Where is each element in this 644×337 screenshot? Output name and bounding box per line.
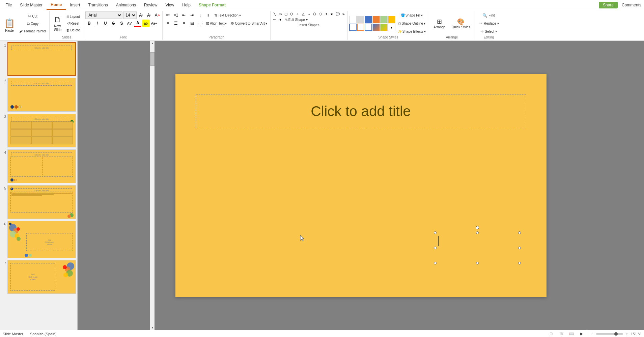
decrease-indent-button[interactable]: ⇤ xyxy=(180,11,188,19)
scroll-up-button[interactable]: ▲ xyxy=(150,41,155,46)
slide-thumbnail-6[interactable]: AAAClick to addsubtitle xyxy=(7,221,76,258)
style-swatch-2[interactable] xyxy=(357,16,364,23)
select-button[interactable]: ⊹ Select ~ xyxy=(477,28,501,35)
shape-triangle-icon[interactable]: △ xyxy=(301,11,306,16)
style-swatch-10[interactable] xyxy=(372,24,380,31)
shape-hexagon-icon[interactable]: ⬡ xyxy=(318,11,323,16)
presentation-view-button[interactable]: ▶ xyxy=(578,331,585,337)
grow-font-button[interactable]: A↑ xyxy=(137,11,145,19)
align-text-button[interactable]: ⊡ Align Text ▾ xyxy=(204,20,228,26)
comments-button[interactable]: Comments xyxy=(622,3,641,7)
shape-freeform-icon[interactable]: ✏ xyxy=(272,17,277,22)
tab-review[interactable]: Review xyxy=(140,0,161,10)
slide-title-placeholder[interactable]: Click to add title xyxy=(196,94,526,128)
smartart-columns-button[interactable]: ⋮⋮ xyxy=(196,20,204,27)
style-swatch-3[interactable] xyxy=(365,16,372,23)
handle-tl[interactable] xyxy=(434,231,437,234)
slide-sorter-button[interactable]: ⊞ xyxy=(558,331,565,337)
handle-ml[interactable] xyxy=(434,247,437,249)
zoom-in-button[interactable]: + xyxy=(626,332,628,336)
zoom-slider-thumb[interactable] xyxy=(614,332,618,336)
slide-thumb-4[interactable]: 4 Click to add title xyxy=(1,149,76,183)
handle-mr[interactable] xyxy=(518,247,521,249)
delete-button[interactable]: 🗑 Delete xyxy=(64,27,82,33)
bold-button[interactable]: B xyxy=(85,20,93,27)
justify-button[interactable]: ▤ xyxy=(188,20,196,27)
shape-pentagon-icon[interactable]: ⬠ xyxy=(312,11,317,16)
slide-thumb-7[interactable]: 7 AAA Click to add subtitle xyxy=(1,260,76,294)
cut-button[interactable]: ✂ Cut xyxy=(18,13,48,20)
tab-help[interactable]: Help xyxy=(178,0,195,10)
shape-right-arrow-icon[interactable]: → xyxy=(306,11,312,16)
shrink-font-button[interactable]: A↓ xyxy=(145,11,153,19)
slide-thumb-5[interactable]: 5 Click to add title xyxy=(1,185,76,219)
handle-br[interactable] xyxy=(518,262,521,264)
shape-outline-button[interactable]: ⬡ Shape Outline ▾ xyxy=(396,20,427,27)
rotate-handle[interactable] xyxy=(476,226,479,229)
paste-button[interactable]: 📋 Paste xyxy=(1,11,18,39)
shape-callout-icon[interactable]: 💬 xyxy=(335,11,340,16)
convert-smartart-button[interactable]: ⚙ Convert to SmartArt ▾ xyxy=(229,20,269,26)
strikethrough-button[interactable]: S xyxy=(110,20,117,27)
text-direction-button[interactable]: ⇅ Text Direction ▾ xyxy=(213,12,243,18)
tab-slide-master[interactable]: Slide Master xyxy=(16,0,47,10)
shape-rounded-rect-icon[interactable]: ▢ xyxy=(283,11,289,16)
shape-circle-icon[interactable]: ○ xyxy=(295,11,300,16)
share-button[interactable]: Share xyxy=(599,2,618,8)
tab-file[interactable]: File xyxy=(1,0,16,10)
slide-thumb-2[interactable]: 2 Click to add title xyxy=(1,78,76,112)
replace-button[interactable]: ↔ Replace ▾ xyxy=(477,20,501,27)
handle-tr[interactable] xyxy=(518,231,521,234)
style-swatch-5[interactable] xyxy=(380,16,388,23)
zoom-percent[interactable]: 151 % xyxy=(631,332,641,336)
handle-bl[interactable] xyxy=(434,262,437,264)
slide-thumbnail-2[interactable]: Click to add title xyxy=(7,78,76,112)
quick-styles-button[interactable]: 🎨 Quick Styles xyxy=(449,14,473,33)
align-center-button[interactable]: ☰ xyxy=(172,20,179,27)
increase-indent-button[interactable]: ⇥ xyxy=(188,11,196,19)
bullets-button[interactable]: ≡• xyxy=(164,11,171,19)
new-slide-button[interactable]: 🗋 NewSlide xyxy=(52,14,64,33)
font-color-button[interactable]: A xyxy=(134,20,141,27)
tab-transitions[interactable]: Transitions xyxy=(84,0,112,10)
align-left-button[interactable]: ≡ xyxy=(164,20,171,27)
style-more-button[interactable]: ▾ xyxy=(388,24,395,31)
shadow-button[interactable]: S xyxy=(118,20,125,27)
slide-thumbnail-4[interactable]: Click to add title xyxy=(7,149,76,183)
slide-thumb-3[interactable]: 3 Click to add title xyxy=(1,114,76,147)
style-swatch-7[interactable] xyxy=(349,24,357,31)
layout-button[interactable]: ⊞ Layout xyxy=(64,14,82,20)
tab-insert[interactable]: Insert xyxy=(66,0,84,10)
slide-thumbnail-7[interactable]: AAA Click to add subtitle xyxy=(7,260,76,294)
scroll-down-button[interactable]: ▼ xyxy=(150,325,155,330)
style-swatch-9[interactable] xyxy=(365,24,372,31)
numbered-button[interactable]: ≡1 xyxy=(172,11,179,19)
font-size-select[interactable]: 14 xyxy=(123,11,137,19)
style-swatch-8[interactable] xyxy=(357,24,364,31)
edit-shape-button[interactable]: ✎ Edit Shape ▾ xyxy=(283,17,309,23)
line-spacing-button[interactable]: ↕ xyxy=(196,11,204,19)
slide-thumbnail-5[interactable]: Click to add title xyxy=(7,185,76,219)
shape-rect-icon[interactable]: ▭ xyxy=(278,11,283,16)
case-button[interactable]: Aa▾ xyxy=(150,20,158,27)
highlight-button[interactable]: ab xyxy=(142,20,149,27)
style-swatch-4[interactable] xyxy=(372,16,380,23)
shape-fill-button[interactable]: 🪣 Shape Fill ▾ xyxy=(396,12,427,19)
style-swatch-11[interactable] xyxy=(380,24,388,31)
italic-button[interactable]: I xyxy=(93,20,101,27)
shape-snip-rect-icon[interactable]: ⬡ xyxy=(289,11,295,16)
shape-star4-icon[interactable]: ✦ xyxy=(324,11,329,16)
slide-thumb-6[interactable]: 6 AAAClick to addsubtitle xyxy=(1,221,76,258)
clear-format-button[interactable]: A⊘ xyxy=(153,11,161,19)
shape-curve-icon[interactable]: ∿ xyxy=(341,11,346,16)
shape-star5-icon[interactable]: ★ xyxy=(329,11,335,16)
char-spacing-button[interactable]: AV xyxy=(126,20,133,27)
columns-button[interactable]: ⫴ xyxy=(204,11,212,19)
tab-animations[interactable]: Animations xyxy=(112,0,140,10)
shape-more-icon[interactable]: ▾ xyxy=(278,17,283,22)
handle-tc[interactable] xyxy=(476,231,479,234)
find-button[interactable]: 🔍 Find xyxy=(477,12,501,19)
slide-canvas[interactable]: Click to add title xyxy=(175,74,547,297)
slide-thumbnail-3[interactable]: Click to add title xyxy=(7,114,76,147)
style-swatch-1[interactable] xyxy=(349,16,357,23)
